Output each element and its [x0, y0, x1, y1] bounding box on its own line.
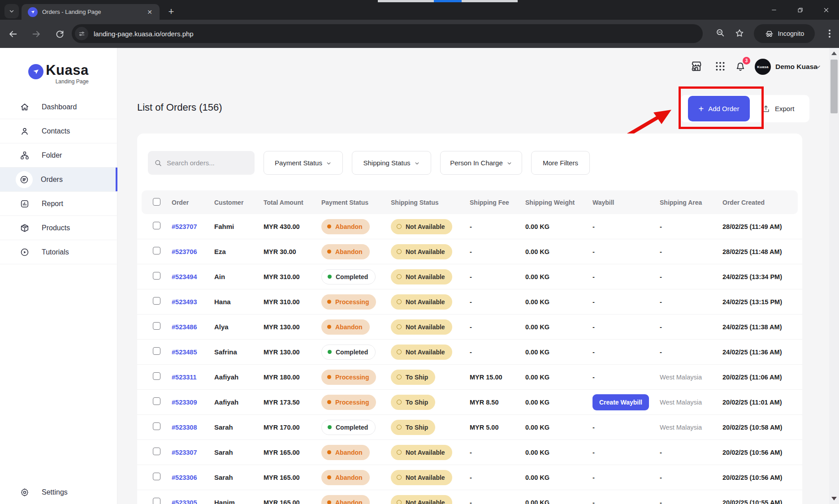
sidebar-item-settings[interactable]: Settings	[0, 480, 117, 504]
apps-grid-icon[interactable]	[714, 60, 726, 72]
row-checkbox[interactable]	[153, 222, 160, 229]
total-amount: MYR 130.00	[264, 323, 321, 331]
column-header-customer: Customer	[214, 199, 264, 206]
shipping-status-filter-button[interactable]: Shipping Status	[352, 151, 431, 175]
browser-menu-icon[interactable]	[824, 28, 835, 39]
filters-row: Payment Status Shipping Status Person In…	[148, 151, 590, 175]
gear-icon	[20, 487, 30, 497]
scrollbar-thumb[interactable]	[830, 60, 838, 113]
shipping-weight: 0.00 KG	[525, 298, 592, 306]
shipping-status-badge: To Ship	[391, 370, 435, 385]
row-checkbox[interactable]	[153, 448, 160, 455]
waybill-value: -	[592, 424, 595, 431]
order-id-link[interactable]: #523309	[172, 399, 197, 406]
window-restore-button[interactable]	[787, 0, 813, 20]
search-box[interactable]	[148, 151, 255, 175]
row-checkbox[interactable]	[153, 322, 160, 330]
table-row: #523707FahmiMYR 430.00AbandonNot Availab…	[137, 214, 802, 239]
tab-close-icon[interactable]: ✕	[145, 8, 154, 17]
order-created: 28/02/25 (11:49 AM)	[722, 223, 796, 230]
shipping-status-badge: To Ship	[391, 420, 435, 435]
bookmark-star-icon[interactable]	[734, 28, 746, 39]
table-row: #523305HanimMYR 165.00AbandonNot Availab…	[137, 490, 802, 504]
window-minimize-button[interactable]	[761, 0, 787, 20]
shipping-fee: -	[470, 248, 525, 255]
column-header-shipping-weight: Shipping Weight	[525, 199, 592, 206]
order-id-link[interactable]: #523707	[172, 223, 197, 230]
sidebar-item-tutorials[interactable]: Tutorials	[0, 240, 117, 264]
payment-status-filter-button[interactable]: Payment Status	[264, 151, 343, 175]
row-checkbox[interactable]	[153, 498, 160, 504]
row-checkbox[interactable]	[153, 247, 160, 254]
page-scrollbar[interactable]	[829, 48, 839, 504]
site-info-icon[interactable]	[75, 27, 88, 40]
zoom-search-icon[interactable]	[715, 28, 727, 39]
search-input[interactable]	[167, 159, 248, 167]
row-checkbox[interactable]	[153, 272, 160, 280]
sidebar-item-folder[interactable]: Folder	[0, 143, 117, 168]
row-checkbox[interactable]	[153, 473, 160, 480]
url-bar[interactable]: landing-page.kuasa.io/orders.php	[72, 24, 703, 43]
kuasa-logo-icon	[28, 64, 43, 79]
order-id-link[interactable]: #523494	[172, 273, 197, 280]
home-icon	[20, 102, 30, 112]
scrollbar-down-arrow-icon[interactable]	[831, 497, 837, 500]
sidebar-item-report[interactable]: Report	[0, 192, 117, 216]
sidebar-item-orders[interactable]: Orders	[0, 168, 117, 192]
table-row: #523486AlyaMYR 130.00AbandonNot Availabl…	[137, 314, 802, 340]
app-logo[interactable]: Kuasa Landing Page	[0, 63, 117, 85]
payment-status-badge: Completed	[321, 420, 376, 435]
row-checkbox[interactable]	[153, 347, 160, 355]
more-filters-button[interactable]: More Filters	[531, 151, 590, 175]
row-checkbox[interactable]	[153, 397, 160, 405]
customer-name: Sarah	[214, 474, 264, 481]
contacts-icon	[20, 126, 30, 136]
logo-subtitle: Landing Page	[46, 78, 89, 85]
shipping-fee: -	[470, 474, 525, 481]
tab-title: Orders - Landing Page	[42, 9, 145, 15]
create-waybill-button[interactable]: Create Waybill	[592, 394, 649, 410]
order-id-link[interactable]: #523706	[172, 248, 197, 255]
shipping-area: -	[660, 273, 722, 280]
shipping-area: -	[660, 248, 722, 255]
order-created: 24/02/25 (13:15 PM)	[722, 298, 796, 306]
row-checkbox[interactable]	[153, 422, 160, 430]
order-id-link[interactable]: #523305	[172, 499, 197, 504]
order-id-link[interactable]: #523307	[172, 449, 197, 456]
sidebar-item-dashboard[interactable]: Dashboard	[0, 95, 117, 119]
browser-tab[interactable]: Orders - Landing Page ✕	[22, 4, 160, 20]
order-id-link[interactable]: #523486	[172, 323, 197, 331]
row-checkbox[interactable]	[153, 297, 160, 305]
forward-button[interactable]	[29, 26, 44, 42]
payment-status-badge: Abandon	[321, 445, 370, 460]
new-tab-button[interactable]: +	[164, 4, 178, 19]
order-id-link[interactable]: #523311	[172, 374, 197, 381]
shipping-status-badge: Not Available	[391, 319, 452, 335]
user-menu-chevron-icon[interactable]	[814, 63, 822, 70]
shipping-weight: 0.00 KG	[525, 223, 592, 230]
order-id-link[interactable]: #523306	[172, 474, 197, 481]
waybill-value: -	[592, 449, 595, 456]
shipping-status-badge: Not Available	[391, 269, 452, 284]
reload-button[interactable]	[52, 26, 67, 42]
order-id-link[interactable]: #523493	[172, 298, 197, 306]
export-button[interactable]: Export	[761, 96, 794, 121]
sidebar-item-contacts[interactable]: Folder Contacts	[0, 119, 117, 143]
notifications-bell-icon[interactable]: 3	[734, 60, 747, 72]
shipping-area: -	[660, 349, 722, 356]
back-button[interactable]	[5, 26, 21, 42]
user-avatar[interactable]: Kuasa	[755, 59, 771, 75]
shipping-area: West Malaysia	[660, 374, 722, 381]
order-id-link[interactable]: #523485	[172, 349, 197, 356]
order-id-link[interactable]: #523308	[172, 424, 197, 431]
add-order-button[interactable]: + Add Order	[688, 96, 750, 121]
scrollbar-up-arrow-icon[interactable]	[831, 52, 837, 55]
select-all-checkbox[interactable]	[153, 198, 160, 206]
sidebar-item-products[interactable]: Products	[0, 216, 117, 240]
window-close-button[interactable]	[813, 0, 839, 20]
user-name[interactable]: Demo Kuasa	[775, 63, 817, 71]
marketplace-icon[interactable]	[689, 59, 704, 73]
person-in-charge-filter-button[interactable]: Person In Charge	[440, 151, 522, 175]
tab-search-button[interactable]	[4, 4, 19, 18]
row-checkbox[interactable]	[153, 372, 160, 380]
